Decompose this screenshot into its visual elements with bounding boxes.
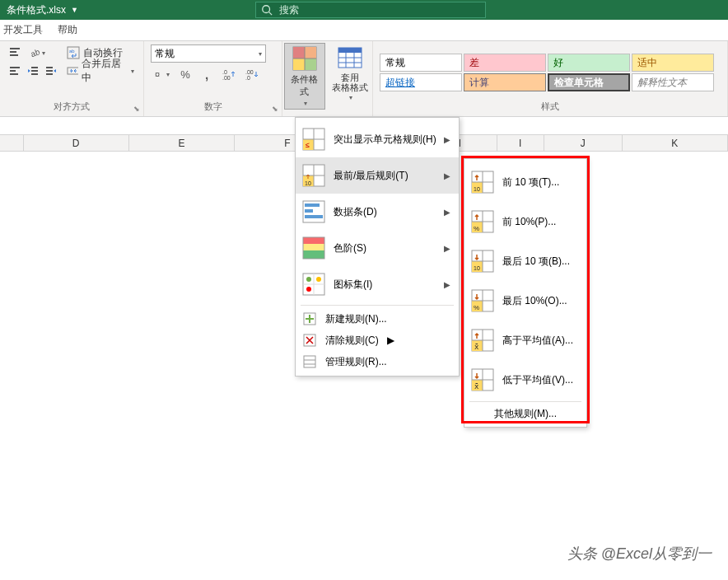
style-normal[interactable]: 常规	[380, 54, 462, 72]
group-cond-format: 条件格式 ▾ 套用 表格格式 ▾	[282, 41, 373, 116]
svg-rect-11	[31, 73, 38, 75]
menu-manage-rules[interactable]: 管理规则(R)...	[296, 351, 459, 372]
submenu-top-10-items[interactable]: 10 前 10 项(T)...	[464, 162, 586, 202]
format-as-table-button[interactable]: 套用 表格格式 ▾	[330, 43, 371, 103]
highlight-rules-icon: ≤	[302, 128, 325, 151]
style-explanatory[interactable]: 解释性文本	[632, 73, 714, 91]
svg-point-56	[316, 277, 321, 282]
orientation-icon[interactable]: ab▾	[26, 44, 48, 61]
svg-text:ab: ab	[69, 49, 75, 54]
submenu-separator	[469, 401, 581, 402]
indent-decrease-icon[interactable]	[25, 63, 41, 79]
colhead-k[interactable]: K	[623, 135, 728, 151]
svg-rect-48	[305, 209, 313, 213]
below-average-icon: x̄	[471, 368, 494, 391]
icon-sets-icon	[302, 273, 325, 296]
submenu-more-rules[interactable]: 其他规则(M)...	[464, 404, 586, 423]
submenu-above-average[interactable]: x̄ 高于平均值(A)...	[464, 320, 586, 360]
svg-rect-8	[10, 73, 18, 75]
above-average-icon: x̄	[471, 329, 494, 352]
svg-rect-64	[304, 356, 315, 367]
conditional-format-icon	[292, 45, 318, 72]
currency-icon[interactable]: ¤▾	[151, 66, 172, 82]
filename-dropdown[interactable]: ▼	[71, 6, 78, 14]
style-neutral[interactable]: 适中	[632, 54, 714, 72]
submenu-below-average[interactable]: x̄ 低于平均值(V)...	[464, 360, 586, 400]
tab-help[interactable]: 帮助	[58, 23, 77, 37]
search-box[interactable]: 搜索	[255, 2, 486, 18]
svg-text:%: %	[474, 304, 479, 311]
svg-rect-13	[46, 70, 53, 72]
svg-rect-2	[10, 48, 20, 49]
svg-rect-9	[31, 67, 38, 68]
chevron-down-icon: ▾	[259, 50, 262, 58]
colhead-j[interactable]: J	[544, 135, 623, 151]
cell-styles-gallery[interactable]: 常规 差 好 适中 超链接 计算 检查单元格 解释性文本	[380, 54, 714, 91]
menu-color-scales[interactable]: 色阶(S) ▶	[296, 230, 459, 266]
dialog-launcher-icon[interactable]: ⬊	[272, 105, 278, 113]
menu-new-rule[interactable]: 新建规则(N)...	[296, 308, 459, 330]
svg-rect-26	[293, 58, 305, 70]
colhead-e[interactable]: E	[129, 135, 235, 151]
indent-increase-icon[interactable]	[43, 63, 59, 79]
chevron-right-icon: ▶	[444, 208, 450, 217]
colhead-blank[interactable]	[0, 135, 24, 151]
colhead-i[interactable]: I	[497, 135, 544, 151]
svg-rect-10	[31, 70, 38, 72]
group-label-alignment: 对齐方式⬊	[7, 101, 137, 115]
ribbon-tabs: 开发工具 帮助	[0, 20, 728, 41]
menu-highlight-rules[interactable]: ≤ 突出显示单元格规则(H) ▶	[296, 121, 459, 157]
style-calculation[interactable]: 计算	[464, 73, 546, 91]
conditional-format-menu: ≤ 突出显示单元格规则(H) ▶ 10 最前/最后规则(T) ▶ 数据条(D) …	[295, 117, 460, 377]
svg-text:≤: ≤	[306, 141, 310, 149]
watermark: 头条 @Excel从零到一	[567, 544, 712, 564]
comma-icon[interactable]: ,	[198, 66, 215, 82]
bottom-10-percent-icon: %	[471, 289, 494, 312]
decrease-decimal-icon[interactable]: .00.0	[243, 66, 261, 82]
style-check-cell[interactable]: 检查单元格	[548, 73, 630, 91]
submenu-top-10-percent[interactable]: % 前 10%(P)...	[464, 202, 586, 241]
conditional-format-button[interactable]: 条件格式 ▾	[284, 43, 325, 110]
filename: 条件格式.xlsx	[7, 3, 66, 17]
menu-top-bottom-rules[interactable]: 10 最前/最后规则(T) ▶	[296, 157, 459, 194]
submenu-bottom-10-percent[interactable]: % 最后 10%(O)...	[464, 281, 586, 320]
percent-icon[interactable]: %	[177, 66, 194, 82]
menu-clear-rules[interactable]: 清除规则(C) ▶	[296, 330, 459, 351]
svg-point-0	[263, 6, 270, 13]
svg-rect-25	[305, 47, 316, 58]
svg-rect-50	[303, 237, 324, 244]
menu-data-bars[interactable]: 数据条(D) ▶	[296, 194, 459, 230]
dialog-launcher-icon[interactable]: ⬊	[133, 105, 140, 113]
number-format-select[interactable]: 常规 ▾	[151, 44, 266, 63]
svg-rect-4	[10, 54, 18, 56]
chevron-right-icon: ▶	[444, 244, 450, 253]
style-hyperlink[interactable]: 超链接	[380, 73, 462, 91]
group-label-styles: 样式	[380, 101, 721, 115]
svg-rect-14	[46, 73, 53, 75]
svg-rect-62	[306, 318, 314, 320]
svg-text:.00: .00	[245, 69, 254, 75]
group-styles: 常规 差 好 适中 超链接 计算 检查单元格 解释性文本 样式	[373, 41, 728, 116]
align-left-icon[interactable]	[7, 63, 23, 79]
submenu-bottom-10-items[interactable]: 10 最后 10 项(B)...	[464, 241, 586, 281]
svg-rect-12	[46, 67, 53, 68]
tab-developer[interactable]: 开发工具	[3, 23, 43, 37]
svg-text:10: 10	[305, 180, 311, 186]
group-alignment: ab▾ ab 自动换行 合并后居中▾ 对齐方式⬊	[0, 41, 144, 116]
menu-icon-sets[interactable]: 图标集(I) ▶	[296, 266, 459, 302]
group-label-number: 数字⬊	[151, 101, 275, 115]
svg-rect-27	[305, 58, 316, 70]
bottom-10-items-icon: 10	[471, 250, 494, 273]
svg-text:10: 10	[474, 186, 480, 192]
table-format-icon	[337, 44, 363, 71]
svg-line-1	[269, 12, 273, 16]
style-bad[interactable]: 差	[464, 54, 546, 72]
chevron-right-icon: ▶	[444, 280, 450, 289]
merge-center-button[interactable]: 合并后居中▾	[64, 63, 137, 79]
svg-text:.00: .00	[222, 75, 231, 80]
style-good[interactable]: 好	[548, 54, 630, 72]
chevron-down-icon: ▾	[349, 94, 352, 101]
colhead-d[interactable]: D	[24, 135, 129, 151]
increase-decimal-icon[interactable]: .0.00	[220, 66, 238, 82]
align-top-icon[interactable]	[7, 44, 23, 61]
